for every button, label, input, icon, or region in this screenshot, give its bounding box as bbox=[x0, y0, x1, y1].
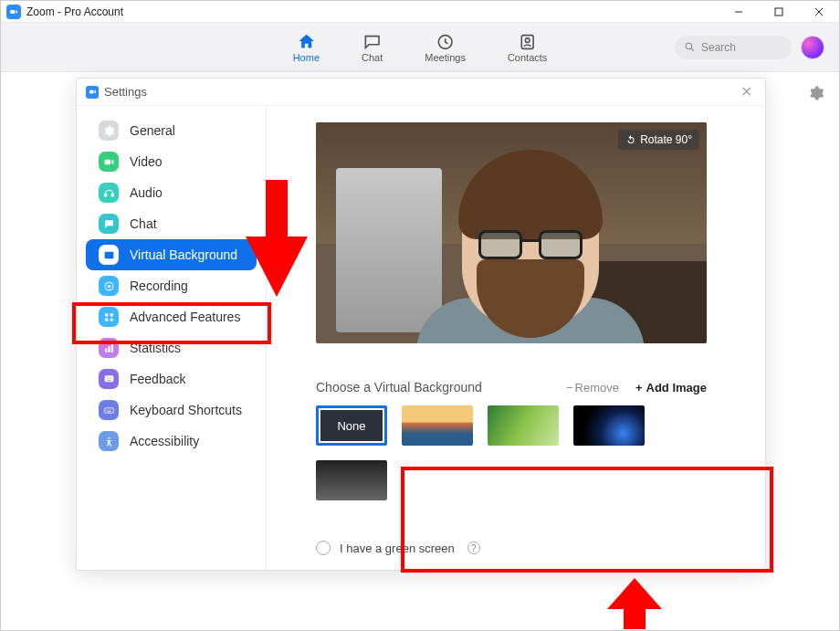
sidebar-item-feedback[interactable]: Feedback bbox=[86, 363, 257, 394]
settings-close-button[interactable]: ✕ bbox=[737, 83, 756, 100]
bg-thumb-none[interactable]: None bbox=[316, 405, 387, 446]
chat-icon bbox=[99, 214, 119, 234]
svg-rect-13 bbox=[111, 194, 113, 196]
bg-thumb-earth[interactable] bbox=[573, 405, 645, 446]
settings-title: Settings bbox=[104, 85, 147, 99]
svg-rect-22 bbox=[108, 346, 110, 352]
rotate-button[interactable]: Rotate 90° bbox=[618, 130, 699, 150]
tab-contacts-label: Contacts bbox=[508, 52, 547, 63]
svg-point-25 bbox=[107, 377, 108, 378]
general-icon bbox=[99, 121, 119, 141]
clock-icon bbox=[436, 32, 456, 52]
sidebar-item-label: Virtual Background bbox=[130, 247, 237, 262]
sidebar-item-label: Audio bbox=[130, 185, 163, 200]
svg-point-17 bbox=[107, 284, 110, 287]
search-input[interactable]: Search bbox=[675, 36, 792, 59]
none-label: None bbox=[337, 419, 365, 433]
svg-rect-27 bbox=[104, 407, 113, 412]
bg-thumb-bridge[interactable] bbox=[402, 405, 473, 446]
add-image-button[interactable]: + Add Image bbox=[635, 381, 707, 394]
chat-icon bbox=[362, 32, 383, 52]
sidebar-item-label: General bbox=[130, 123, 175, 138]
sidebar-item-label: Feedback bbox=[130, 372, 185, 386]
tab-contacts[interactable]: Contacts bbox=[508, 32, 547, 63]
sidebar-item-statistics[interactable]: Statistics bbox=[86, 332, 257, 363]
annotation-arrow-up bbox=[605, 578, 664, 629]
tab-meetings-label: Meetings bbox=[425, 52, 466, 63]
svg-rect-0 bbox=[10, 9, 15, 13]
bg-thumb-clouds[interactable] bbox=[316, 460, 387, 500]
window-minimize-button[interactable] bbox=[719, 1, 759, 23]
settings-gear-button[interactable] bbox=[808, 85, 824, 105]
remove-image-button[interactable]: − Remove bbox=[566, 381, 619, 394]
sidebar-item-recording[interactable]: Recording bbox=[86, 270, 257, 301]
sidebar-item-label: Accessibility bbox=[130, 434, 199, 448]
recording-icon bbox=[99, 276, 119, 296]
tab-home[interactable]: Home bbox=[293, 32, 320, 63]
feedback-icon bbox=[99, 369, 119, 389]
advanced-features-icon bbox=[99, 307, 119, 327]
help-icon[interactable]: ? bbox=[467, 542, 480, 554]
sidebar-item-video[interactable]: Video bbox=[86, 146, 257, 177]
svg-point-15 bbox=[108, 253, 110, 255]
background-thumbnails: None bbox=[316, 405, 707, 500]
keyboard-shortcuts-icon bbox=[99, 400, 119, 420]
sidebar-item-label: Recording bbox=[130, 279, 188, 293]
svg-rect-19 bbox=[110, 313, 112, 316]
video-icon bbox=[99, 152, 119, 172]
accessibility-icon bbox=[99, 431, 119, 451]
window-titlebar: Zoom - Pro Account bbox=[1, 1, 839, 23]
bg-thumb-grass[interactable] bbox=[488, 405, 559, 446]
zoom-app-icon bbox=[6, 5, 21, 19]
choose-bg-label: Choose a Virtual Background bbox=[316, 380, 482, 394]
settings-content: Rotate 90° Choose a Virtual Background −… bbox=[267, 106, 765, 570]
svg-rect-24 bbox=[104, 375, 113, 382]
sidebar-item-label: Chat bbox=[130, 216, 157, 231]
svg-point-32 bbox=[108, 436, 110, 438]
svg-rect-20 bbox=[105, 318, 108, 321]
svg-rect-11 bbox=[104, 159, 110, 163]
search-placeholder: Search bbox=[701, 41, 736, 54]
settings-sidebar: GeneralVideoAudioChatVirtual BackgroundR… bbox=[77, 106, 267, 570]
window-title: Zoom - Pro Account bbox=[26, 5, 123, 18]
audio-icon bbox=[99, 183, 119, 203]
svg-rect-21 bbox=[105, 348, 107, 352]
svg-point-26 bbox=[110, 377, 110, 378]
sidebar-item-keyboard-shortcuts[interactable]: Keyboard Shortcuts bbox=[86, 394, 257, 426]
tab-meetings[interactable]: Meetings bbox=[425, 32, 466, 63]
remove-label: Remove bbox=[575, 381, 619, 394]
zoom-app-icon bbox=[86, 86, 99, 99]
search-icon bbox=[684, 41, 696, 53]
svg-point-7 bbox=[525, 37, 530, 42]
svg-point-8 bbox=[686, 43, 692, 49]
tab-home-label: Home bbox=[293, 52, 320, 63]
add-label: Add Image bbox=[646, 381, 707, 394]
svg-point-29 bbox=[108, 409, 109, 410]
svg-point-30 bbox=[110, 409, 110, 410]
sidebar-item-accessibility[interactable]: Accessibility bbox=[86, 426, 257, 457]
main-topbar: Home Chat Meetings Contacts Search bbox=[1, 23, 839, 72]
green-screen-label: I have a green screen bbox=[340, 542, 455, 555]
home-icon bbox=[296, 32, 316, 52]
window-close-button[interactable] bbox=[799, 1, 839, 23]
svg-rect-18 bbox=[105, 313, 108, 316]
sidebar-item-general[interactable]: General bbox=[86, 115, 257, 146]
rotate-icon bbox=[625, 134, 636, 145]
svg-point-28 bbox=[106, 409, 107, 410]
settings-window: Settings ✕ GeneralVideoAudioChatVirtual … bbox=[76, 78, 766, 571]
sidebar-item-chat[interactable]: Chat bbox=[86, 208, 257, 239]
svg-rect-2 bbox=[775, 8, 782, 16]
sidebar-item-audio[interactable]: Audio bbox=[86, 177, 257, 208]
user-avatar[interactable] bbox=[801, 36, 824, 59]
sidebar-item-label: Advanced Features bbox=[130, 310, 240, 324]
tab-chat-label: Chat bbox=[362, 52, 383, 63]
sidebar-item-advanced-features[interactable]: Advanced Features bbox=[86, 301, 257, 332]
sidebar-item-label: Statistics bbox=[130, 341, 181, 355]
window-maximize-button[interactable] bbox=[759, 1, 799, 23]
tab-chat[interactable]: Chat bbox=[362, 32, 383, 63]
video-preview: Rotate 90° bbox=[316, 122, 707, 343]
virtual-background-icon bbox=[99, 245, 119, 265]
sidebar-item-virtual-background[interactable]: Virtual Background bbox=[86, 239, 257, 270]
green-screen-checkbox[interactable] bbox=[316, 541, 331, 555]
svg-rect-23 bbox=[110, 344, 112, 352]
